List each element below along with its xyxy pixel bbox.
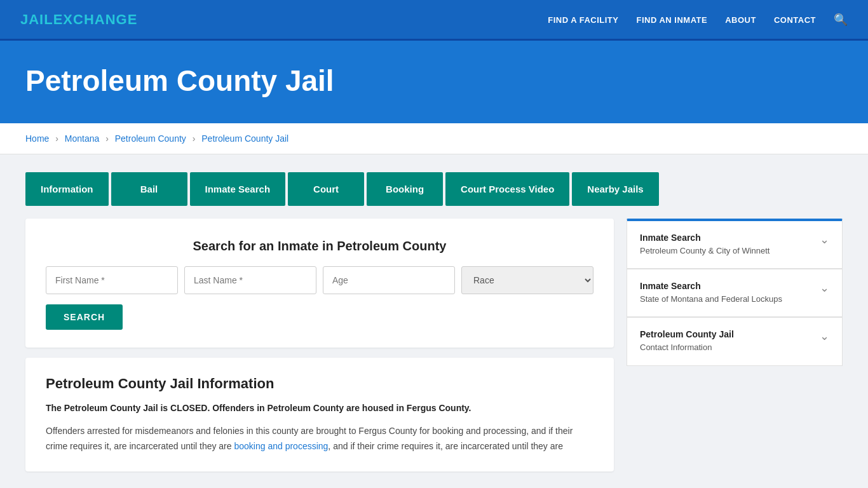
sidebar-card-1-title: Inmate Search <box>640 233 770 243</box>
sidebar-card-3-inner[interactable]: Petroleum County Jail Contact Informatio… <box>627 318 842 365</box>
breadcrumb: Home › Montana › Petroleum County › Petr… <box>0 123 868 154</box>
age-input[interactable] <box>323 266 455 294</box>
tabs-bar: Information Bail Inmate Search Court Boo… <box>0 154 868 206</box>
search-icon[interactable]: 🔍 <box>834 13 848 27</box>
content-left: Search for an Inmate in Petroleum County… <box>25 219 614 471</box>
race-select[interactable]: Race White Black Hispanic Asian Other <box>461 266 593 294</box>
tab-bail[interactable]: Bail <box>111 172 187 206</box>
sidebar-card-3-text: Petroleum County Jail Contact Informatio… <box>640 329 734 353</box>
tab-court[interactable]: Court <box>288 172 364 206</box>
sidebar-card-1-inner[interactable]: Inmate Search Petroleum County & City of… <box>627 221 842 268</box>
sidebar-card-2-title: Inmate Search <box>640 281 782 291</box>
logo[interactable]: JAILEXCHANGE <box>20 11 137 28</box>
nav-item-find-facility[interactable]: FIND A FACILITY <box>548 14 618 25</box>
sidebar-card-2-inner[interactable]: Inmate Search State of Montana and Feder… <box>627 269 842 316</box>
tab-nearby-jails[interactable]: Nearby Jails <box>572 172 658 206</box>
sidebar-card-2: Inmate Search State of Montana and Feder… <box>627 269 843 317</box>
sidebar-card-1-subtitle: Petroleum County & City of Winnett <box>640 245 770 257</box>
last-name-input[interactable] <box>184 266 316 294</box>
info-box: Petroleum County Jail Information The Pe… <box>25 358 614 471</box>
tab-court-process-video[interactable]: Court Process Video <box>445 172 569 206</box>
info-body: Offenders arrested for misdemeanors and … <box>46 424 593 454</box>
tab-inmate-search[interactable]: Inmate Search <box>190 172 286 206</box>
logo-part1: JAIL <box>20 11 53 27</box>
hero-section: Petroleum County Jail <box>0 41 868 123</box>
sidebar-card-1-text: Inmate Search Petroleum County & City of… <box>640 233 770 257</box>
sidebar-card-3-title: Petroleum County Jail <box>640 329 734 339</box>
chevron-down-icon-3: ⌄ <box>820 329 829 343</box>
first-name-input[interactable] <box>46 266 178 294</box>
page-title: Petroleum County Jail <box>25 64 843 98</box>
breadcrumb-home[interactable]: Home <box>25 133 49 144</box>
search-fields: Race White Black Hispanic Asian Other <box>46 266 593 294</box>
breadcrumb-petroleum-county[interactable]: Petroleum County <box>115 133 186 144</box>
sidebar-card-3-subtitle: Contact Information <box>640 342 734 353</box>
breadcrumb-current[interactable]: Petroleum County Jail <box>201 133 288 144</box>
tab-booking[interactable]: Booking <box>367 172 443 206</box>
sidebar-card-2-text: Inmate Search State of Montana and Feder… <box>640 281 782 305</box>
info-highlight: The Petroleum County Jail is CLOSED. Off… <box>46 401 593 416</box>
info-title: Petroleum County Jail Information <box>46 376 593 392</box>
breadcrumb-montana[interactable]: Montana <box>65 133 99 144</box>
nav-links: FIND A FACILITY FIND AN INMATE ABOUT CON… <box>548 13 848 27</box>
sidebar-card-3: Petroleum County Jail Contact Informatio… <box>627 318 843 365</box>
nav-item-about[interactable]: ABOUT <box>725 14 756 25</box>
nav-item-find-inmate[interactable]: FIND AN INMATE <box>636 14 707 25</box>
logo-highlight: EXCHANGE <box>53 11 138 27</box>
sidebar-right: Inmate Search Petroleum County & City of… <box>627 219 843 471</box>
sidebar-card-2-subtitle: State of Montana and Federal Lockups <box>640 294 782 305</box>
breadcrumb-sep-3: › <box>193 133 196 144</box>
search-button[interactable]: SEARCH <box>46 304 123 330</box>
inmate-search-box: Search for an Inmate in Petroleum County… <box>25 219 614 348</box>
chevron-down-icon: ⌄ <box>820 233 829 247</box>
tab-information[interactable]: Information <box>25 172 109 206</box>
booking-link[interactable]: booking and processing <box>234 441 328 451</box>
chevron-down-icon-2: ⌄ <box>820 281 829 295</box>
breadcrumb-sep-1: › <box>55 133 58 144</box>
main-wrapper: Search for an Inmate in Petroleum County… <box>0 206 868 488</box>
navbar: JAILEXCHANGE FIND A FACILITY FIND AN INM… <box>0 0 868 41</box>
search-title: Search for an Inmate in Petroleum County <box>46 239 593 254</box>
nav-item-contact[interactable]: CONTACT <box>774 14 816 25</box>
sidebar-card-1: Inmate Search Petroleum County & City of… <box>627 219 843 269</box>
breadcrumb-sep-2: › <box>105 133 109 144</box>
